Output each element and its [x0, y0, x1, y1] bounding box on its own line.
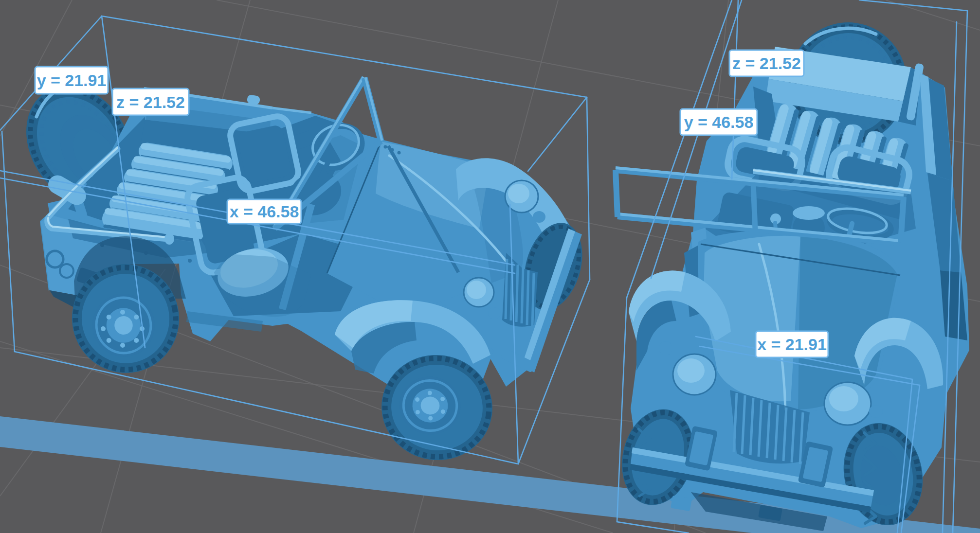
svg-text:z = 21.52: z = 21.52: [116, 93, 185, 111]
svg-text:y = 46.58: y = 46.58: [684, 113, 754, 131]
svg-text:y = 21.91: y = 21.91: [37, 71, 107, 89]
svg-text:x = 46.58: x = 46.58: [230, 202, 299, 221]
svg-text:x = 21.91: x = 21.91: [757, 335, 827, 354]
svg-text:z = 21.52: z = 21.52: [732, 54, 801, 72]
